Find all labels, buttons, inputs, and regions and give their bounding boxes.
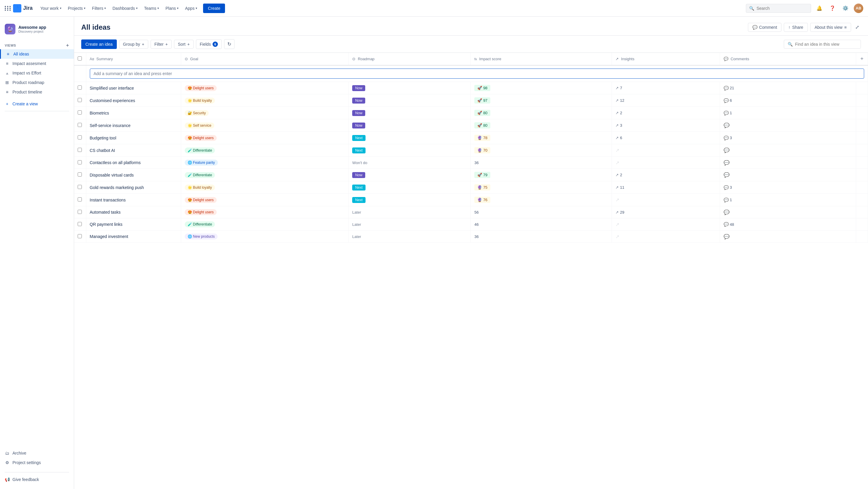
idea-search-input[interactable]: [795, 42, 857, 47]
roadmap-cell[interactable]: Later: [349, 219, 471, 231]
create-button[interactable]: Create: [203, 4, 225, 13]
grid-icon[interactable]: [5, 6, 11, 11]
roadmap-cell[interactable]: Next: [349, 194, 471, 206]
roadmap-cell[interactable]: Now: [349, 119, 471, 132]
add-idea-input[interactable]: [90, 68, 864, 79]
impact-cell[interactable]: 36: [471, 157, 612, 169]
roadmap-cell[interactable]: Next: [349, 144, 471, 157]
comments-cell[interactable]: 💬: [720, 206, 856, 219]
goal-column-header[interactable]: ⊙ Goal: [181, 53, 349, 65]
sidebar-item-all-ideas[interactable]: ≡ All ideas: [0, 49, 74, 59]
sidebar-item-archive[interactable]: 🗂 Archive: [0, 448, 74, 458]
summary-cell[interactable]: QR payment links: [86, 219, 181, 231]
goal-cell[interactable]: 😍 Delight users: [181, 206, 349, 219]
row-checkbox-9[interactable]: [78, 197, 82, 201]
roadmap-column-header[interactable]: ⊙ Roadmap: [349, 53, 471, 65]
insights-cell[interactable]: ↗ 7: [612, 82, 720, 94]
row-checkbox-2[interactable]: [78, 110, 82, 115]
comments-cell[interactable]: 💬 21: [720, 82, 856, 94]
comments-cell[interactable]: 💬 3: [720, 132, 856, 144]
roadmap-cell[interactable]: Later: [349, 231, 471, 243]
summary-cell[interactable]: Biometrics: [86, 107, 181, 119]
goal-cell[interactable]: 😍 Delight users: [181, 194, 349, 206]
nav-teams[interactable]: Teams ▾: [141, 4, 162, 12]
impact-cell[interactable]: 🚀 80: [471, 119, 612, 132]
goal-cell[interactable]: 🧪 Differentiate: [181, 169, 349, 181]
global-search[interactable]: 🔍: [746, 4, 811, 13]
summary-cell[interactable]: Disposable virtual cards: [86, 169, 181, 181]
row-checkbox-6[interactable]: [78, 160, 82, 164]
insights-cell[interactable]: ↗ 3: [612, 119, 720, 132]
insights-cell[interactable]: ↗: [612, 231, 720, 243]
roadmap-cell[interactable]: Next: [349, 181, 471, 194]
summary-cell[interactable]: Simplified user interface: [86, 82, 181, 94]
nav-apps[interactable]: Apps ▾: [182, 4, 200, 12]
insights-cell[interactable]: ↗ 2: [612, 169, 720, 181]
sidebar-item-product-roadmap[interactable]: ⊞ Product roadmap: [0, 78, 74, 87]
insights-cell[interactable]: ↗: [612, 194, 720, 206]
nav-projects[interactable]: Projects ▾: [65, 4, 89, 12]
sort-button[interactable]: Sort +: [174, 40, 193, 49]
help-button[interactable]: ❓: [828, 4, 837, 13]
select-all-checkbox[interactable]: [78, 56, 82, 60]
impact-cell[interactable]: 🔮 76: [471, 194, 612, 206]
sidebar-item-impact-assessment[interactable]: ≡ Impact assesment: [0, 59, 74, 68]
nav-dashboards[interactable]: Dashboards ▾: [110, 4, 141, 12]
summary-cell[interactable]: Managed investment: [86, 231, 181, 243]
summary-cell[interactable]: CS chatbot AI: [86, 144, 181, 157]
app-logo[interactable]: Jira: [5, 4, 33, 12]
insights-cell[interactable]: ↗: [612, 144, 720, 157]
user-avatar[interactable]: AB: [854, 4, 863, 13]
goal-cell[interactable]: 🌐 New products: [181, 231, 349, 243]
comments-cell[interactable]: 💬 6: [720, 94, 856, 107]
comments-cell[interactable]: 💬: [720, 144, 856, 157]
sidebar-create-view[interactable]: + Create a view: [0, 99, 74, 109]
roadmap-cell[interactable]: Later: [349, 206, 471, 219]
row-checkbox-8[interactable]: [78, 185, 82, 189]
insights-cell[interactable]: ↗: [612, 157, 720, 169]
summary-cell[interactable]: Contactless on all platforms: [86, 157, 181, 169]
notifications-button[interactable]: 🔔: [815, 4, 824, 13]
about-view-button[interactable]: About this view ≡: [810, 23, 851, 32]
comments-cell[interactable]: 💬 48: [720, 219, 856, 231]
row-checkbox-7[interactable]: [78, 172, 82, 177]
roadmap-cell[interactable]: Now: [349, 94, 471, 107]
insights-cell[interactable]: ↗: [612, 219, 720, 231]
impact-cell[interactable]: 36: [471, 231, 612, 243]
sidebar-item-project-settings[interactable]: ⚙ Project settings: [0, 458, 74, 467]
idea-search[interactable]: 🔍: [784, 40, 861, 49]
insights-cell[interactable]: ↗ 2: [612, 107, 720, 119]
insights-cell[interactable]: ↗ 6: [612, 132, 720, 144]
impact-cell[interactable]: 🚀 97: [471, 94, 612, 107]
filter-button[interactable]: Filter +: [151, 40, 172, 49]
roadmap-cell[interactable]: Won't do: [349, 157, 471, 169]
row-checkbox-11[interactable]: [78, 222, 82, 226]
impact-cell[interactable]: 46: [471, 219, 612, 231]
sidebar-item-product-timeline[interactable]: ≡ Product timeline: [0, 87, 74, 97]
comments-column-header[interactable]: 💬 Comments: [720, 53, 856, 65]
comments-cell[interactable]: 💬: [720, 169, 856, 181]
summary-cell[interactable]: Instant transactions: [86, 194, 181, 206]
goal-cell[interactable]: 🌟 Build loyalty: [181, 94, 349, 107]
refresh-button[interactable]: ↻: [224, 39, 235, 49]
summary-cell[interactable]: Budgeting tool: [86, 132, 181, 144]
impact-cell[interactable]: 🔮 70: [471, 144, 612, 157]
nav-plans[interactable]: Plans ▾: [162, 4, 181, 12]
add-column-button[interactable]: +: [860, 56, 864, 62]
nav-filters[interactable]: Filters ▾: [89, 4, 109, 12]
row-checkbox-10[interactable]: [78, 210, 82, 214]
share-button[interactable]: ↑ Share: [784, 23, 808, 32]
comments-cell[interactable]: 💬: [720, 157, 856, 169]
impact-cell[interactable]: 56: [471, 206, 612, 219]
comments-cell[interactable]: 💬 1: [720, 107, 856, 119]
comments-cell[interactable]: 💬: [720, 119, 856, 132]
roadmap-cell[interactable]: Now: [349, 107, 471, 119]
comments-cell[interactable]: 💬: [720, 231, 856, 243]
insights-column-header[interactable]: ↗ Insights: [612, 53, 720, 65]
settings-button[interactable]: ⚙️: [841, 4, 850, 13]
goal-cell[interactable]: 😍 Delight users: [181, 82, 349, 94]
goal-cell[interactable]: 🌟 Self service: [181, 119, 349, 132]
row-checkbox-4[interactable]: [78, 135, 82, 140]
summary-cell[interactable]: Gold rewards marketing push: [86, 181, 181, 194]
summary-cell[interactable]: Customised experiences: [86, 94, 181, 107]
